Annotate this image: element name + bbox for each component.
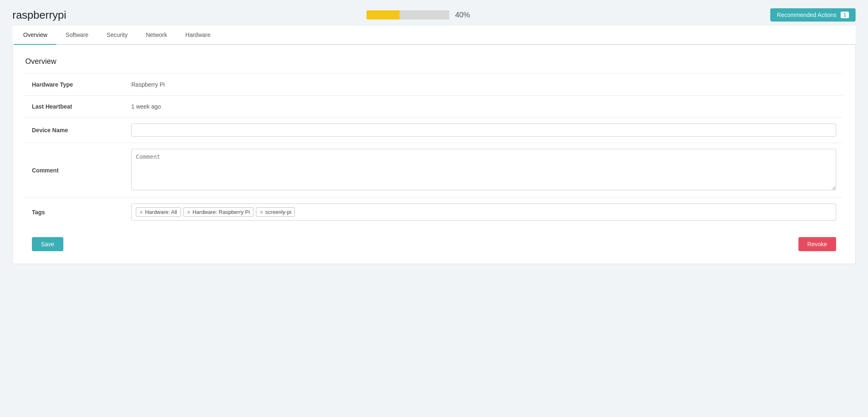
tab-hardware[interactable]: Hardware	[176, 26, 220, 45]
tab-software[interactable]: Software	[56, 26, 97, 45]
tag-chip: ×screenly-pi	[256, 207, 295, 217]
tag-remove-button[interactable]: ×	[187, 209, 190, 215]
recommended-actions-button[interactable]: Recommended Actions 1	[770, 8, 856, 22]
tab-security[interactable]: Security	[98, 26, 137, 45]
tags-container[interactable]: ×Hardware: All×Hardware: Raspberry Pi×sc…	[131, 204, 836, 221]
tag-chip: ×Hardware: Raspberry Pi	[183, 207, 254, 217]
recommended-actions-badge: 1	[841, 12, 849, 18]
hardware-type-value-cell: Raspberry Pi	[125, 74, 843, 96]
overview-form: Hardware Type Raspberry Pi Last Heartbea…	[25, 73, 843, 226]
progress-bar-container	[366, 10, 449, 19]
hardware-type-value: Raspberry Pi	[131, 81, 165, 88]
comment-textarea[interactable]	[131, 149, 836, 190]
tag-label: Hardware: All	[145, 209, 177, 215]
comment-textarea-cell	[125, 143, 843, 198]
revoke-button[interactable]: Revoke	[798, 237, 836, 251]
hardware-type-row: Hardware Type Raspberry Pi	[25, 74, 843, 96]
device-name-label: Device Name	[25, 118, 125, 143]
device-name-input-cell	[125, 118, 843, 143]
device-name-row: Device Name	[25, 118, 843, 143]
tag-label: screenly-pi	[265, 209, 292, 215]
progress-label: 40%	[455, 11, 470, 19]
tab-overview[interactable]: Overview	[14, 26, 56, 45]
progress-area: 40%	[366, 10, 470, 19]
last-heartbeat-label: Last Heartbeat	[25, 96, 125, 118]
tab-network[interactable]: Network	[137, 26, 176, 45]
comment-label: Comment	[25, 143, 125, 198]
tag-chip: ×Hardware: All	[136, 207, 181, 217]
last-heartbeat-value: 1 week ago	[131, 103, 161, 110]
tabs-bar: Overview Software Security Network Hardw…	[12, 26, 856, 45]
comment-row: Comment	[25, 143, 843, 198]
recommended-actions-label: Recommended Actions	[777, 12, 837, 18]
tag-remove-button[interactable]: ×	[260, 209, 263, 215]
section-title: Overview	[25, 57, 843, 66]
last-heartbeat-row: Last Heartbeat 1 week ago	[25, 96, 843, 118]
tags-label: Tags	[25, 198, 125, 227]
last-heartbeat-value-cell: 1 week ago	[125, 96, 843, 118]
tags-input-cell: ×Hardware: All×Hardware: Raspberry Pi×sc…	[125, 198, 843, 227]
actions-row: Save Revoke	[25, 237, 843, 251]
device-title: raspberrypi	[12, 9, 66, 22]
device-name-input[interactable]	[131, 124, 836, 137]
tags-row: Tags ×Hardware: All×Hardware: Raspberry …	[25, 198, 843, 227]
tag-label: Hardware: Raspberry Pi	[193, 209, 250, 215]
content-area: Overview Hardware Type Raspberry Pi Last…	[12, 45, 856, 264]
progress-bar-fill	[366, 10, 400, 19]
save-button[interactable]: Save	[32, 237, 63, 251]
hardware-type-label: Hardware Type	[25, 74, 125, 96]
tag-remove-button[interactable]: ×	[140, 209, 143, 215]
